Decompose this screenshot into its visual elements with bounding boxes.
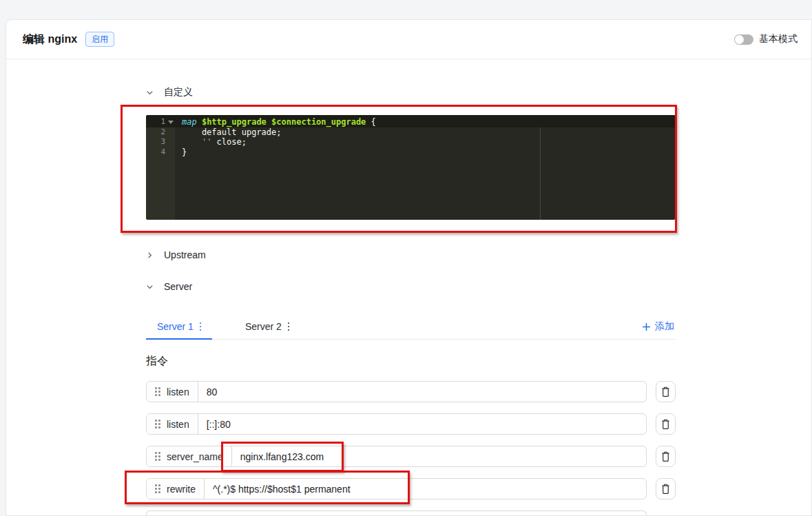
line-number: 1 <box>146 117 165 127</box>
fold-arrow-icon[interactable] <box>168 121 174 124</box>
delete-directive-button[interactable] <box>656 413 676 435</box>
basic-mode-label: 基本模式 <box>759 33 798 45</box>
directives-heading: 指令 <box>146 354 168 369</box>
line-number: 3 <box>146 137 165 147</box>
code-token: } <box>182 147 187 157</box>
tab-server-1[interactable]: Server 1 <box>146 314 212 339</box>
code-token: '' <box>202 137 211 147</box>
drag-dots-icon <box>155 452 160 461</box>
chevron-right-icon <box>146 251 154 259</box>
tab-server-1-menu-icon[interactable] <box>198 321 203 333</box>
drag-handle[interactable]: server_name <box>147 446 232 466</box>
code-token <box>267 117 271 127</box>
chevron-down-icon <box>146 283 154 291</box>
directive-name: listen <box>167 419 189 430</box>
custom-config-code-editor[interactable]: 1 map $http_upgrade $connection_upgrade … <box>146 115 676 220</box>
code-token: $connection_upgrade <box>271 117 366 127</box>
section-server-label: Server <box>164 281 192 292</box>
tab-server-2-label: Server 2 <box>245 321 282 332</box>
page-title: 编辑 nginx <box>23 32 77 47</box>
drag-dots-icon <box>155 484 160 493</box>
code-token: default upgrade; <box>182 127 282 137</box>
code-token: map <box>182 117 197 127</box>
directive-row: server_name <box>146 446 676 467</box>
add-server-label: 添加 <box>655 320 674 333</box>
drag-dots-icon <box>155 420 160 429</box>
delete-directive-button[interactable] <box>656 446 676 467</box>
code-token: close; <box>211 137 247 147</box>
directive-name: rewrite <box>167 484 196 495</box>
plus-icon <box>642 322 651 331</box>
drag-handle[interactable]: listen <box>147 382 198 402</box>
code-line: 1 map $http_upgrade $connection_upgrade … <box>146 117 676 127</box>
trash-icon <box>660 386 671 398</box>
directive-value-input[interactable] <box>198 414 646 434</box>
status-badge: 启用 <box>85 32 114 47</box>
directive-name: server_name <box>167 451 223 462</box>
delete-directive-button[interactable] <box>656 381 676 402</box>
directive-row: rewrite <box>146 478 676 499</box>
tab-server-1-label: Server 1 <box>157 321 194 332</box>
trash-icon <box>660 419 671 430</box>
directive-row-partial <box>146 510 647 516</box>
section-upstream[interactable]: Upstream <box>146 246 206 264</box>
drag-handle[interactable]: rewrite <box>147 479 205 499</box>
directive-name: listen <box>167 386 189 398</box>
code-token: { <box>366 117 375 127</box>
section-custom-label: 自定义 <box>164 86 193 99</box>
section-server[interactable]: Server <box>146 278 192 296</box>
trash-icon <box>660 451 671 462</box>
code-token <box>197 117 202 127</box>
server-tab-bar: Server 1 Server 2 添加 <box>146 314 676 340</box>
drag-handle[interactable]: listen <box>147 414 198 434</box>
directive-row: listen <box>146 413 676 435</box>
line-number: 2 <box>146 127 165 138</box>
code-line: 4 } <box>146 147 676 158</box>
delete-directive-button[interactable] <box>656 478 676 499</box>
edit-nginx-panel: 编辑 nginx 启用 基本模式 自定义 1 map $http_upgrade… <box>6 19 812 516</box>
code-token: $http_upgrade <box>202 117 267 127</box>
line-number: 4 <box>146 147 165 158</box>
basic-mode-toggle[interactable] <box>734 34 753 45</box>
trash-icon <box>660 484 671 495</box>
code-token <box>182 137 202 147</box>
tab-server-2[interactable]: Server 2 <box>234 314 300 339</box>
chevron-down-icon <box>146 89 154 96</box>
directive-value-input[interactable] <box>205 479 646 499</box>
directive-row: listen <box>146 381 676 402</box>
directive-value-input[interactable] <box>198 382 646 402</box>
add-server-button[interactable]: 添加 <box>642 320 676 333</box>
section-upstream-label: Upstream <box>164 249 206 260</box>
directive-value-input[interactable] <box>232 446 646 466</box>
code-line: 3 '' close; <box>146 137 676 147</box>
section-custom[interactable]: 自定义 <box>146 83 193 101</box>
code-line: 2 default upgrade; <box>146 127 676 138</box>
tab-server-2-menu-icon[interactable] <box>287 321 291 333</box>
drag-dots-icon <box>155 387 160 396</box>
toggle-knob <box>735 35 744 44</box>
